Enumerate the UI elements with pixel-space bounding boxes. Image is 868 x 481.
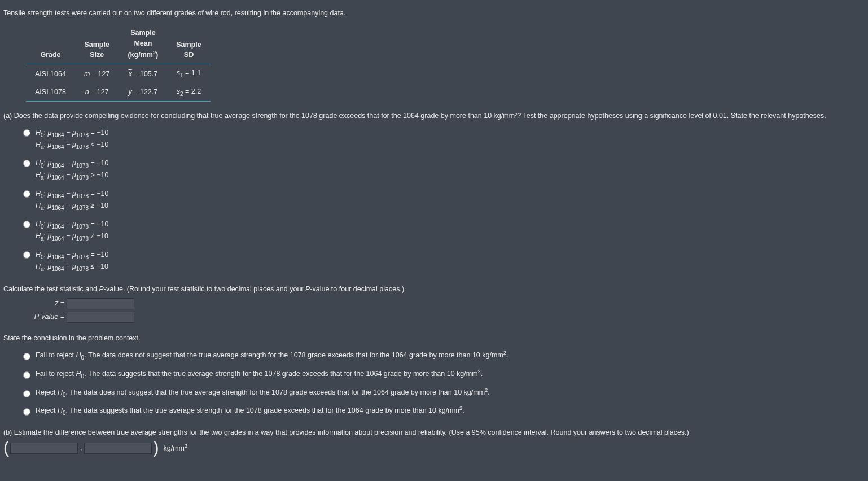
hypotheses-options: H0: μ1064 − μ1078 = −10 Ha: μ1064 − μ107… [20,127,865,274]
concl-radio-b[interactable] [23,371,30,379]
grade-cell: AISI 1064 [26,64,75,83]
pvalue-label: P-value = [26,312,67,322]
z-input[interactable] [67,298,134,309]
pvalue-input[interactable] [67,312,134,323]
hyp-option-le[interactable]: H0: μ1064 − μ1078 = −10 Ha: μ1064 − μ107… [20,249,865,274]
z-label: z = [26,298,67,309]
calc-prompt: Calculate the test statistic and P-value… [3,284,865,295]
table-row: AISI 1078 n = 127 y = 122.7 s2 = 2.2 [26,83,211,102]
sd-cell: s1 = 1.1 [167,64,210,83]
data-table: Grade SampleSize SampleMean(kg/mm2) Samp… [26,24,211,102]
size-cell: n = 127 [75,83,119,102]
hyp-radio-ne[interactable] [23,221,30,228]
grade-cell: AISI 1078 [26,83,75,102]
hyp-option-ne[interactable]: H0: μ1064 − μ1078 = −10 Ha: μ1064 − μ107… [20,218,865,243]
part-a-prompt: (a) Does the data provide compelling evi… [3,111,865,121]
concl-option-c[interactable]: Reject H0. The data does not suggest tha… [20,386,865,399]
concl-radio-d[interactable] [23,408,30,416]
intro-text: Tensile strength tests were carried out … [3,8,865,19]
size-cell: m = 127 [75,64,119,83]
hyp-radio-ge[interactable] [23,190,30,198]
conclusion-heading: State the conclusion in the problem cont… [3,333,865,344]
concl-option-b[interactable]: Fail to reject H0. The data suggests tha… [20,368,865,381]
hyp-radio-lt[interactable] [23,129,30,137]
th-size: SampleSize [75,24,119,64]
hyp-option-lt[interactable]: H0: μ1064 − μ1078 = −10 Ha: μ1064 − μ107… [20,127,865,152]
close-paren-icon: ) [153,441,159,454]
ci-unit: kg/mm2 [163,442,187,454]
sd-cell: s2 = 2.2 [167,83,210,102]
table-row: AISI 1064 m = 127 x = 105.7 s1 = 1.1 [26,64,211,83]
hyp-radio-le[interactable] [23,251,30,259]
mean-cell: y = 122.7 [119,83,167,102]
th-grade: Grade [26,24,75,64]
mean-cell: x = 105.7 [119,64,167,83]
th-mean: SampleMean(kg/mm2) [119,24,167,64]
part-b-prompt: (b) Estimate the difference between true… [3,427,865,438]
concl-option-d[interactable]: Reject H0. The data suggests that the tr… [20,404,865,417]
concl-radio-c[interactable] [23,390,30,397]
ci-comma: , [79,443,83,453]
hyp-radio-gt[interactable] [23,160,30,167]
open-paren-icon: ( [3,441,9,454]
conclusion-options: Fail to reject H0. The data does not sug… [20,349,865,417]
concl-option-a[interactable]: Fail to reject H0. The data does not sug… [20,349,865,362]
th-sd: SampleSD [167,24,210,64]
hyp-option-gt[interactable]: H0: μ1064 − μ1078 = −10 Ha: μ1064 − μ107… [20,158,865,182]
ci-lower-input[interactable] [10,443,78,454]
ci-upper-input[interactable] [84,443,152,454]
hyp-option-ge[interactable]: H0: μ1064 − μ1078 = −10 Ha: μ1064 − μ107… [20,188,865,213]
concl-radio-a[interactable] [23,353,30,360]
